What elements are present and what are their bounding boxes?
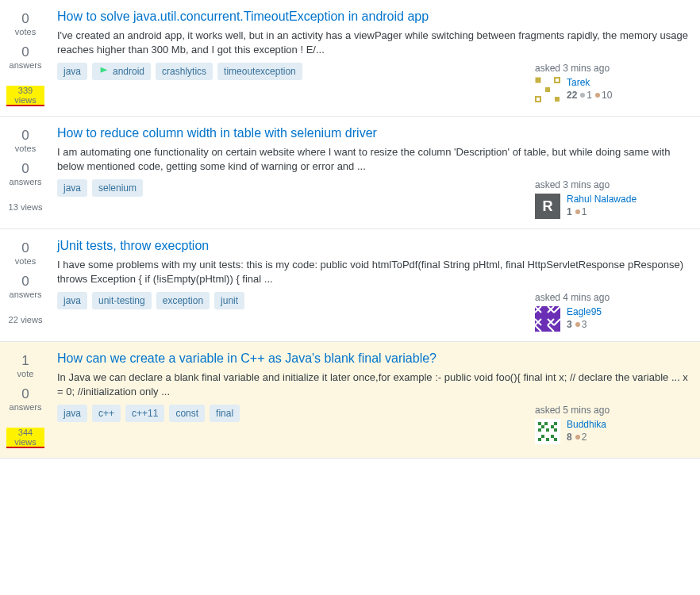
question-title-link[interactable]: jUnit tests, throw execption	[57, 239, 694, 253]
avatar[interactable]	[535, 419, 560, 444]
tag-label: final	[216, 408, 233, 419]
svg-rect-20	[538, 438, 541, 441]
question-excerpt: I have some problems with my unit tests:…	[57, 258, 694, 286]
answer-count: 0	[6, 386, 44, 402]
tag-label: selenium	[98, 182, 137, 194]
question-title-link[interactable]: How to reduce column width in table with…	[57, 126, 694, 140]
user-rep: 8	[567, 432, 572, 443]
svg-rect-14	[551, 425, 554, 428]
user-card: asked 5 mins agoBuddhika82	[535, 405, 694, 444]
tag-label: java	[63, 408, 81, 419]
user-rep: 3	[567, 319, 572, 330]
question-summary: 0votes0answers22 viewsjUnit tests, throw…	[0, 229, 700, 342]
view-count: 344 views	[6, 428, 44, 448]
vote-count: 0	[6, 11, 44, 27]
answer-count: 0	[6, 274, 44, 290]
user-name-link[interactable]: Buddhika	[567, 419, 606, 430]
tag-java[interactable]: java	[57, 292, 87, 309]
bronze-badge: 10	[595, 90, 612, 101]
user-name-link[interactable]: Eagle95	[567, 306, 602, 317]
svg-rect-19	[551, 435, 554, 438]
question-summary: 0votes0answers13 viewsHow to reduce colu…	[0, 117, 700, 229]
question-list: 0votes0answers339 viewsHow to solve java…	[0, 0, 700, 459]
svg-rect-3	[545, 87, 550, 92]
svg-rect-11	[544, 422, 548, 425]
tags-container: javac++c++11constfinal	[57, 405, 240, 422]
answer-label: answers	[6, 177, 44, 186]
tag-label: c++	[98, 408, 114, 419]
tag-label: android	[113, 66, 144, 77]
question-title-link[interactable]: How can we create a variable in C++ as J…	[57, 351, 694, 366]
user-rep: 1	[567, 206, 572, 217]
tags-container: javaandroidcrashlyticstimeoutexception	[57, 63, 302, 80]
tag-java[interactable]: java	[57, 405, 87, 422]
question-summary: 0votes0answers339 viewsHow to solve java…	[0, 0, 700, 117]
user-stats: 22110	[567, 90, 612, 101]
tag-label: java	[63, 66, 81, 77]
tag-cplusplus11[interactable]: c++11	[125, 405, 164, 422]
tag-label: junit	[221, 295, 238, 306]
tag-final[interactable]: final	[210, 405, 240, 422]
tag-unit-testing[interactable]: unit-testing	[92, 292, 152, 309]
answer-label: answers	[6, 60, 44, 70]
vote-count: 0	[6, 240, 44, 256]
tag-label: java	[63, 295, 81, 306]
svg-rect-10	[538, 422, 541, 425]
answer-count: 0	[6, 161, 44, 177]
user-name-link[interactable]: Rahul Nalawade	[567, 194, 637, 205]
silver-badge: 1	[580, 90, 592, 101]
tag-label: java	[63, 182, 81, 194]
bronze-badge: 1	[575, 206, 587, 217]
question-excerpt: In Java we can declare a blank final var…	[57, 370, 694, 398]
bronze-count: 3	[582, 319, 587, 330]
tag-crashlytics[interactable]: crashlytics	[156, 63, 213, 80]
tag-label: timeoutexception	[224, 66, 296, 77]
tag-android[interactable]: android	[92, 63, 151, 80]
asked-time: asked 4 mins ago	[535, 292, 694, 303]
svg-rect-12	[554, 422, 557, 425]
avatar[interactable]	[535, 306, 560, 332]
avatar[interactable]	[535, 77, 560, 102]
user-name-link[interactable]: Tarek	[567, 77, 612, 88]
tag-exception[interactable]: exception	[156, 292, 210, 309]
tag-const[interactable]: const	[169, 405, 205, 422]
tags-container: javaselenium	[57, 179, 143, 197]
question-summary: 1vote0answers344 viewsHow can we create …	[0, 342, 700, 459]
tag-timeoutexception[interactable]: timeoutexception	[217, 63, 302, 80]
tag-java[interactable]: java	[57, 63, 87, 80]
user-card: asked 3 mins agoTarek22110	[535, 63, 694, 102]
question-excerpt: I am automating one functionality on cer…	[57, 145, 694, 173]
svg-rect-22	[554, 438, 557, 441]
svg-rect-15	[538, 428, 541, 432]
avatar[interactable]: R	[535, 194, 560, 219]
svg-rect-13	[541, 425, 544, 428]
tags-container: javaunit-testingexceptionjunit	[57, 292, 244, 309]
user-stats: 11	[567, 206, 637, 217]
svg-rect-21	[546, 438, 549, 441]
answer-count: 0	[6, 44, 44, 60]
question-title-link[interactable]: How to solve java.util.concurrent.Timeou…	[57, 10, 694, 24]
bronze-badge: 3	[575, 319, 587, 330]
silver-count: 1	[587, 90, 592, 101]
question-excerpt: I've created an android app, it works we…	[57, 29, 694, 56]
tag-cplusplus[interactable]: c++	[92, 405, 121, 422]
tag-selenium[interactable]: selenium	[92, 179, 143, 197]
asked-time: asked 5 mins ago	[535, 405, 694, 416]
tag-label: exception	[163, 295, 203, 306]
tag-label: c++11	[132, 408, 158, 419]
vote-label: votes	[6, 256, 44, 266]
view-count: 13 views	[9, 202, 43, 212]
svg-rect-1	[536, 78, 540, 83]
svg-text:R: R	[543, 198, 553, 214]
user-card: asked 4 mins agoEagle9533	[535, 292, 694, 332]
svg-rect-16	[546, 428, 549, 432]
view-count: 339 views	[6, 86, 44, 106]
vote-count: 0	[6, 128, 44, 144]
android-icon	[98, 66, 110, 77]
question-body: How to solve java.util.concurrent.Timeou…	[57, 10, 694, 106]
tag-junit[interactable]: junit	[214, 292, 244, 309]
asked-time: asked 3 mins ago	[535, 179, 694, 190]
stats-column: 0votes0answers22 views	[6, 239, 57, 332]
tag-java[interactable]: java	[57, 179, 87, 197]
bronze-badge: 2	[575, 432, 587, 443]
